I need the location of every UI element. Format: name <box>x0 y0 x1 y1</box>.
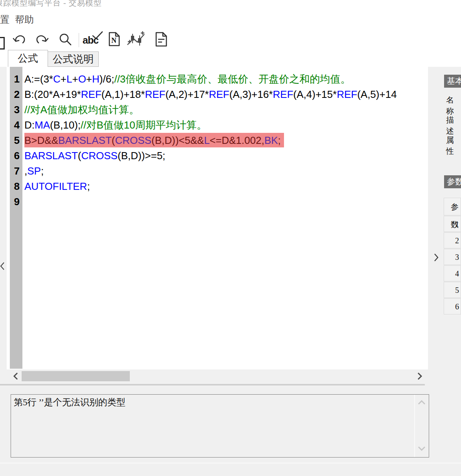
code-line[interactable]: B>D&&BARSLAST(CROSS(B,D))<5&&L<=D&1.002,… <box>24 133 428 148</box>
table-row[interactable]: 6 <box>444 298 461 314</box>
scroll-up-arrow-icon[interactable] <box>418 399 426 406</box>
params-section-header: 参数 <box>444 175 461 188</box>
scroll-right-arrow-icon[interactable] <box>417 372 422 382</box>
line-number: 1 <box>10 72 22 87</box>
search-icon[interactable] <box>58 32 74 50</box>
table-row[interactable]: 2 <box>444 232 461 248</box>
scroll-down-arrow-icon[interactable] <box>418 445 426 452</box>
message-scrollbar[interactable] <box>414 395 429 457</box>
line-number-gutter: 123456789 <box>10 67 22 369</box>
panel-fields: 名称描述属性 <box>446 94 461 154</box>
table-header-cell: 参数 <box>444 198 461 215</box>
expand-right-chevron-icon[interactable] <box>433 253 439 263</box>
scrollbar-thumb[interactable] <box>22 371 130 381</box>
save-partial-icon[interactable] <box>0 37 5 50</box>
spellcheck-icon[interactable]: abc <box>83 35 98 46</box>
report-icon[interactable] <box>154 31 168 49</box>
line-number: 5 <box>10 133 22 148</box>
panel-field-label: 描述 <box>446 114 461 125</box>
status-bar-divider <box>0 463 461 463</box>
horizontal-scrollbar[interactable] <box>7 369 428 383</box>
line-number: 6 <box>10 148 22 164</box>
line-number: 7 <box>10 164 22 179</box>
kline-test-icon[interactable] <box>127 31 146 49</box>
tab-formula-description[interactable]: 公式说明 <box>48 51 99 67</box>
params-table: 参数123456 <box>444 198 461 315</box>
menu-bar: 置帮助 <box>0 13 34 27</box>
toolbar: abcN <box>0 27 461 51</box>
table-row[interactable]: 3 <box>444 249 461 265</box>
undo-icon[interactable] <box>12 33 27 49</box>
line-number: 3 <box>10 102 22 118</box>
collapse-left-chevron-icon[interactable] <box>0 262 5 272</box>
code-line[interactable]: D:MA(B,10);//对B值做10周期平均计算。 <box>24 118 428 133</box>
window-title: 跟踪模型编写平台 - 交易模型 <box>0 0 102 8</box>
panel-field-label: 名称 <box>446 94 461 105</box>
code-line[interactable]: A:=(3*C+L+O+H)/6;//3倍收盘价与最高价、最低价、开盘价之和的均… <box>24 72 428 87</box>
error-highlight: B>D&&BARSLAST(CROSS(B,D))<5&&L<=D&1.002,… <box>24 133 284 147</box>
table-row[interactable]: 4 <box>444 265 461 281</box>
code-line[interactable]: ,SP; <box>24 164 428 179</box>
tab-bar: 公式公式说明 <box>8 50 99 67</box>
redo-icon[interactable] <box>35 33 50 49</box>
code-line[interactable]: AUTOFILTER; <box>24 179 428 194</box>
app-window: 跟踪模型编写平台 - 交易模型 置帮助 abcN 公式公式说明 12345678… <box>0 0 461 476</box>
error-message-text: 第5行 ’’是个无法识别的类型 <box>14 396 412 408</box>
window-header: 跟踪模型编写平台 - 交易模型 置帮助 abcN 公式公式说明 <box>0 0 461 67</box>
table-row[interactable]: 5 <box>444 282 461 298</box>
tab-formula[interactable]: 公式 <box>8 50 48 67</box>
code-line[interactable] <box>24 194 428 210</box>
menu-item[interactable]: 帮助 <box>15 13 34 26</box>
code-line[interactable]: B:(20*A+19*REF(A,1)+18*REF(A,2)+17*REF(A… <box>24 87 428 102</box>
code-editor[interactable]: 123456789 A:=(3*C+L+O+H)/6;//3倍收盘价与最高价、最… <box>7 67 428 369</box>
toolbar-separator <box>79 33 79 47</box>
scroll-left-arrow-icon[interactable] <box>13 372 18 382</box>
horizontal-divider <box>0 383 425 385</box>
code-area[interactable]: A:=(3*C+L+O+H)/6;//3倍收盘价与最高价、最低价、开盘价之和的均… <box>24 67 428 369</box>
panel-field-label: 属性 <box>446 134 461 145</box>
code-line[interactable]: BARSLAST(CROSS(B,D))>=5; <box>24 148 428 164</box>
line-number: 4 <box>10 118 22 133</box>
error-message-panel: 第5行 ’’是个无法识别的类型 <box>11 394 429 458</box>
line-number: 2 <box>10 87 22 102</box>
code-line[interactable]: //对A值做加权均值计算。 <box>24 102 428 118</box>
line-number: 8 <box>10 179 22 194</box>
basic-section-header: 基本 <box>444 75 461 88</box>
svg-text:N: N <box>111 37 116 44</box>
formula-note-icon[interactable]: N <box>108 31 121 49</box>
menu-item[interactable]: 置 <box>0 13 9 26</box>
line-number: 9 <box>10 194 22 210</box>
